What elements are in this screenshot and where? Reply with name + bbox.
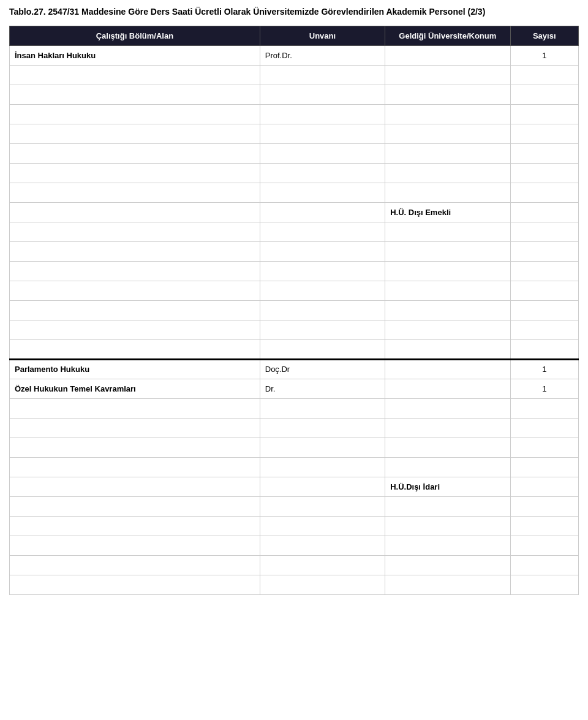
header-sayisi: Sayısı: [510, 26, 579, 45]
table-row: [10, 281, 579, 300]
cell-sayisi: [510, 143, 579, 163]
cell-sayisi: [510, 320, 579, 339]
table-row: H.Ü. Dışı Emekli: [10, 202, 579, 222]
cell-sayisi: [510, 85, 579, 104]
cell-sayisi: [510, 65, 579, 85]
cell-bolum: [10, 65, 260, 85]
cell-bolum: [10, 104, 260, 124]
cell-universite: [385, 379, 510, 398]
cell-unvan: [260, 536, 385, 555]
cell-universite: [385, 300, 510, 320]
cell-unvan: [260, 339, 385, 359]
cell-universite: H.Ü.Dışı İdari: [385, 477, 510, 496]
cell-bolum: [10, 261, 260, 281]
cell-sayisi: [510, 516, 579, 536]
cell-sayisi: 1: [510, 45, 579, 65]
cell-bolum: [10, 183, 260, 202]
page-title: Tablo.27. 2547/31 Maddesine Göre Ders Sa…: [9, 6, 579, 18]
cell-universite: [385, 496, 510, 516]
cell-unvan: [260, 300, 385, 320]
cell-bolum: [10, 575, 260, 594]
cell-sayisi: [510, 202, 579, 222]
page-container: Tablo.27. 2547/31 Maddesine Göre Ders Sa…: [0, 0, 588, 601]
cell-universite: [385, 516, 510, 536]
cell-unvan: [260, 104, 385, 124]
cell-unvan: [260, 555, 385, 575]
cell-bolum: [10, 438, 260, 457]
header-unvan: Unvanı: [260, 26, 385, 45]
cell-universite: [385, 183, 510, 202]
cell-bolum: [10, 555, 260, 575]
cell-bolum: [10, 241, 260, 261]
cell-universite: [385, 281, 510, 300]
table-row: [10, 496, 579, 516]
cell-unvan: [260, 202, 385, 222]
cell-universite: [385, 575, 510, 594]
cell-bolum: [10, 516, 260, 536]
header-bolum: Çalıştığı Bölüm/Alan: [10, 26, 260, 45]
cell-universite: [385, 241, 510, 261]
table-row: [10, 65, 579, 85]
cell-universite: [385, 359, 510, 379]
cell-sayisi: [510, 281, 579, 300]
table-row: [10, 555, 579, 575]
cell-universite: [385, 418, 510, 438]
table-row: [10, 300, 579, 320]
cell-unvan: [260, 496, 385, 516]
table-row: [10, 575, 579, 594]
cell-unvan: [260, 457, 385, 477]
cell-universite: [385, 104, 510, 124]
cell-sayisi: 1: [510, 379, 579, 398]
cell-bolum: [10, 477, 260, 496]
cell-sayisi: [510, 261, 579, 281]
cell-unvan: [260, 438, 385, 457]
cell-bolum: [10, 85, 260, 104]
cell-unvan: Dr.: [260, 379, 385, 398]
table-row: [10, 339, 579, 359]
cell-unvan: [260, 477, 385, 496]
table-row: [10, 222, 579, 241]
cell-bolum: [10, 222, 260, 241]
cell-unvan: [260, 124, 385, 143]
table-row: H.Ü.Dışı İdari: [10, 477, 579, 496]
cell-sayisi: [510, 457, 579, 477]
cell-universite: [385, 45, 510, 65]
cell-universite: [385, 339, 510, 359]
table-row: [10, 320, 579, 339]
cell-bolum: [10, 320, 260, 339]
cell-bolum: [10, 536, 260, 555]
cell-bolum: [10, 163, 260, 183]
cell-universite: [385, 536, 510, 555]
cell-sayisi: [510, 222, 579, 241]
cell-universite: [385, 163, 510, 183]
table-row: [10, 398, 579, 418]
cell-sayisi: [510, 241, 579, 261]
cell-bolum: Parlamento Hukuku: [10, 359, 260, 379]
cell-sayisi: [510, 536, 579, 555]
cell-unvan: [260, 320, 385, 339]
cell-bolum: [10, 281, 260, 300]
cell-universite: [385, 555, 510, 575]
cell-sayisi: [510, 398, 579, 418]
cell-universite: [385, 124, 510, 143]
cell-unvan: [260, 183, 385, 202]
cell-bolum: [10, 398, 260, 418]
table-header-row: Çalıştığı Bölüm/Alan Unvanı Geldiği Üniv…: [10, 26, 579, 45]
cell-bolum: [10, 339, 260, 359]
cell-unvan: [260, 163, 385, 183]
cell-unvan: [260, 398, 385, 418]
cell-universite: H.Ü. Dışı Emekli: [385, 202, 510, 222]
cell-universite: [385, 320, 510, 339]
cell-sayisi: [510, 575, 579, 594]
cell-universite: [385, 398, 510, 418]
table-row: [10, 104, 579, 124]
table-row: [10, 261, 579, 281]
cell-unvan: [260, 261, 385, 281]
cell-unvan: [260, 575, 385, 594]
cell-unvan: [260, 65, 385, 85]
table-row: [10, 183, 579, 202]
main-table: Çalıştığı Bölüm/Alan Unvanı Geldiği Üniv…: [9, 26, 579, 595]
cell-bolum: [10, 124, 260, 143]
cell-sayisi: [510, 339, 579, 359]
cell-unvan: Prof.Dr.: [260, 45, 385, 65]
